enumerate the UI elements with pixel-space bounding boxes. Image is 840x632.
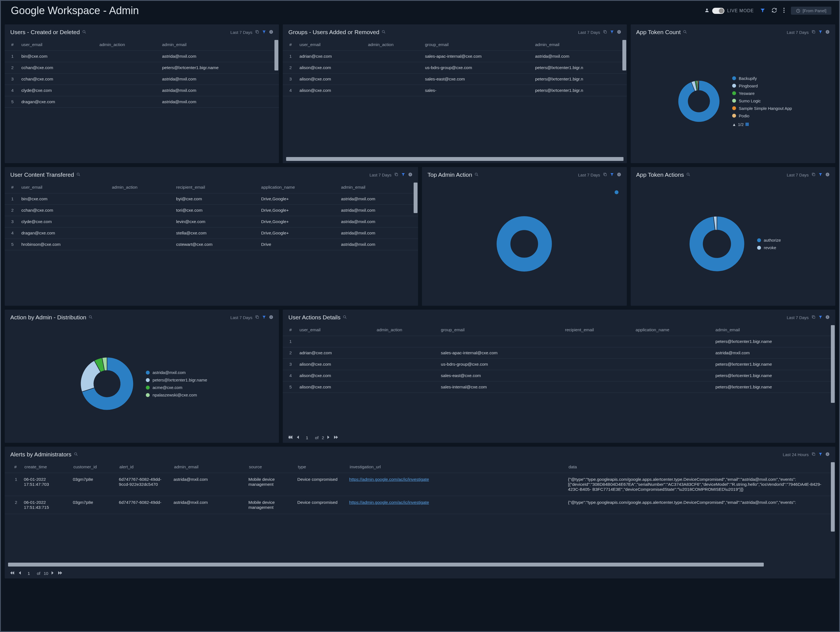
- last-page-icon[interactable]: [58, 571, 62, 576]
- col-header[interactable]: create_time: [21, 462, 69, 473]
- copy-icon[interactable]: [812, 315, 816, 320]
- scrollbar-vertical[interactable]: [414, 182, 417, 213]
- col-header[interactable]: admin_email: [712, 325, 835, 336]
- info-icon[interactable]: i: [825, 30, 830, 35]
- filter-icon[interactable]: [262, 30, 266, 35]
- table-row[interactable]: 5hrobinson@cxe.comcstewart@cxe.comDrivea…: [5, 239, 418, 250]
- col-header[interactable]: user_email: [17, 182, 108, 193]
- table-row[interactable]: 4alison@cxe.comsales-peters@lxrtcenter1.…: [283, 85, 627, 96]
- col-header[interactable]: recipient_email: [561, 325, 632, 336]
- filter-icon[interactable]: [818, 172, 823, 177]
- copy-icon[interactable]: [255, 30, 259, 35]
- col-header[interactable]: customer_id: [69, 462, 115, 473]
- scrollbar-vertical[interactable]: [831, 325, 835, 403]
- first-page-icon[interactable]: [288, 435, 293, 440]
- last-page-icon[interactable]: [333, 435, 338, 440]
- magnify-icon[interactable]: [474, 171, 479, 178]
- legend-item[interactable]: acme@cxe.com: [146, 385, 207, 390]
- donut-chart[interactable]: [685, 212, 749, 276]
- investigation-link[interactable]: https://admin.google.com/ac/ic/investiga…: [349, 500, 429, 505]
- filter-icon[interactable]: [610, 172, 614, 177]
- magnify-icon[interactable]: [74, 451, 78, 458]
- col-header[interactable]: application_name: [632, 325, 712, 336]
- copy-icon[interactable]: [603, 172, 607, 177]
- col-header[interactable]: group_email: [421, 40, 531, 51]
- page-input[interactable]: [302, 435, 312, 440]
- table-row[interactable]: 1peters@lxrtcenter1.bigr.name: [283, 336, 835, 347]
- magnify-icon[interactable]: [382, 29, 386, 35]
- table-row[interactable]: 1bin@cxe.comastrida@mxil.com: [5, 51, 279, 62]
- filter-icon[interactable]: [760, 8, 766, 14]
- magnify-icon[interactable]: [76, 171, 81, 178]
- donut-chart[interactable]: [493, 212, 556, 276]
- info-icon[interactable]: i: [825, 172, 830, 177]
- legend-item[interactable]: authorize: [757, 238, 781, 242]
- legend-item[interactable]: peters@lxrtcenter1.bigr.name: [146, 378, 207, 382]
- table-row[interactable]: 1bin@cxe.combyi@cxe.comDrive,Google+astr…: [5, 193, 418, 205]
- legend-item[interactable]: Sample Simple Hangout App: [732, 106, 792, 111]
- col-header[interactable]: admin_email: [531, 40, 627, 51]
- magnify-icon[interactable]: [686, 171, 691, 178]
- col-header[interactable]: admin_email: [158, 40, 279, 51]
- scrollbar-horizontal[interactable]: [8, 562, 764, 567]
- filter-icon[interactable]: [818, 452, 823, 457]
- table-row[interactable]: 206-01-2022 17:51:43:71503gm7p8e6d747767…: [5, 496, 835, 514]
- legend-pager[interactable]: ▲1/2: [732, 122, 792, 127]
- legend-item[interactable]: astrida@mxil.com: [146, 370, 207, 375]
- info-icon[interactable]: i: [825, 315, 830, 320]
- col-header[interactable]: admin_email: [337, 182, 418, 193]
- live-mode-toggle[interactable]: [712, 8, 725, 14]
- scrollbar-vertical[interactable]: [831, 462, 835, 532]
- table-row[interactable]: 3alison@cxe.comus-bdrs-group@cxe.compete…: [283, 359, 835, 370]
- col-header[interactable]: application_name: [257, 182, 337, 193]
- table-row[interactable]: 3clyde@cxe.comlevin@cxe.comDrive,Google+…: [5, 216, 418, 228]
- table-row[interactable]: 1adrian@cxe.comsales-apac-internal@cxe.c…: [283, 51, 627, 62]
- table-row[interactable]: 4alison@cxe.comsales-east@cxe.competers@…: [283, 370, 835, 382]
- col-header[interactable]: user_email: [295, 40, 364, 51]
- more-icon[interactable]: [783, 8, 785, 14]
- legend-item[interactable]: Yesware: [732, 91, 792, 96]
- page-input[interactable]: [24, 571, 33, 576]
- magnify-icon[interactable]: [683, 29, 687, 35]
- col-header[interactable]: admin_action: [108, 182, 172, 193]
- magnify-icon[interactable]: [82, 29, 87, 35]
- refresh-icon[interactable]: [772, 8, 777, 14]
- col-header[interactable]: #: [283, 325, 295, 336]
- table-row[interactable]: 5dragan@cxe.comastrida@mxil.com: [5, 96, 279, 108]
- magnify-icon[interactable]: [88, 314, 93, 321]
- legend-item[interactable]: Pingboard: [732, 84, 792, 88]
- investigation-link[interactable]: https://admin.google.com/ac/ic/investiga…: [349, 477, 429, 482]
- scrollbar-vertical[interactable]: [275, 40, 278, 70]
- donut-chart[interactable]: [674, 76, 724, 126]
- col-header[interactable]: recipient_email: [172, 182, 257, 193]
- filter-icon[interactable]: [401, 172, 405, 177]
- scrollbar-horizontal[interactable]: [286, 157, 623, 161]
- filter-icon[interactable]: [610, 30, 614, 35]
- copy-icon[interactable]: [603, 30, 607, 35]
- time-range-button[interactable]: [From Panel]: [791, 7, 831, 15]
- filter-icon[interactable]: [818, 30, 823, 35]
- info-icon[interactable]: i: [825, 452, 830, 457]
- info-icon[interactable]: i: [269, 315, 273, 320]
- legend-item[interactable]: revoke: [757, 245, 781, 250]
- col-header[interactable]: user_email: [295, 325, 373, 336]
- col-header[interactable]: investigation_url: [346, 462, 565, 473]
- next-page-icon[interactable]: [327, 435, 330, 440]
- col-header[interactable]: alert_id: [115, 462, 170, 473]
- copy-icon[interactable]: [812, 30, 816, 35]
- legend-item[interactable]: Backupify: [732, 76, 792, 81]
- magnify-icon[interactable]: [343, 314, 347, 321]
- donut-chart[interactable]: [76, 353, 137, 414]
- legend-item[interactable]: Sumo Logic: [732, 98, 792, 103]
- table-row[interactable]: 2adrian@cxe.comsales-apac-internal@cxe.c…: [283, 347, 835, 359]
- filter-icon[interactable]: [262, 315, 266, 320]
- scrollbar-vertical[interactable]: [622, 40, 626, 70]
- prev-page-icon[interactable]: [296, 435, 299, 440]
- col-header[interactable]: group_email: [437, 325, 561, 336]
- legend-item[interactable]: Podio: [732, 114, 792, 118]
- col-header[interactable]: #: [5, 462, 21, 473]
- copy-icon[interactable]: [255, 315, 259, 320]
- next-page-icon[interactable]: [52, 571, 54, 576]
- copy-icon[interactable]: [812, 172, 816, 177]
- col-header[interactable]: admin_action: [96, 40, 158, 51]
